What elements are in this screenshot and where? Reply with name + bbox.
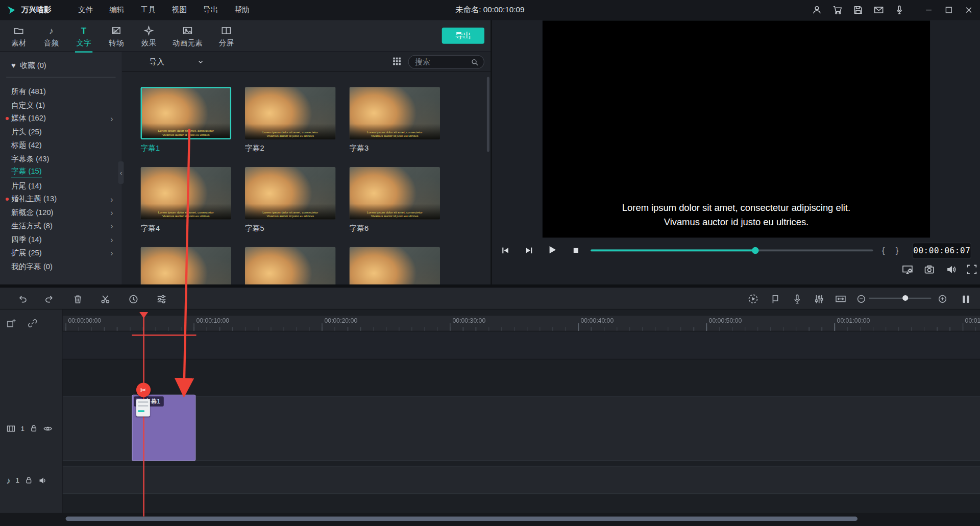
timeline-empty-row — [62, 331, 980, 360]
sidebar-item-new-concept[interactable]: 新概念 (120)› — [0, 206, 122, 219]
tab-audio[interactable]: ♪ 音频 — [35, 24, 68, 49]
fullscreen-icon[interactable] — [965, 262, 979, 276]
track-manager-button[interactable] — [958, 292, 973, 306]
playback-scrubber[interactable] — [591, 250, 873, 252]
snapshot-icon[interactable] — [922, 262, 936, 276]
sidebar-item-seasons[interactable]: 四季 (14)› — [0, 233, 122, 246]
split-button[interactable] — [97, 292, 112, 306]
scrubber-handle[interactable] — [752, 247, 758, 254]
eye-icon[interactable] — [43, 424, 53, 433]
app-name: 万兴喵影 — [21, 5, 52, 15]
next-frame-button[interactable] — [521, 242, 537, 258]
zoom-slider-handle[interactable] — [902, 295, 908, 301]
stop-button[interactable] — [568, 242, 584, 258]
mixer-button[interactable] — [811, 292, 826, 306]
sidebar-item-openers[interactable]: 片头 (25) — [0, 126, 122, 139]
previous-frame-button[interactable] — [497, 242, 513, 258]
delete-button[interactable] — [70, 292, 85, 306]
duration-button[interactable] — [126, 292, 140, 306]
mark-out-icon[interactable]: } — [896, 245, 899, 255]
tab-elements[interactable]: 动画元素 — [165, 24, 210, 49]
zoom-slider[interactable] — [869, 298, 931, 299]
sidebar-item-wedding[interactable]: 婚礼主题 (13)› — [0, 193, 122, 206]
menu-export[interactable]: 导出 — [195, 0, 226, 20]
grid-view-icon[interactable] — [392, 56, 402, 66]
zoom-in-button[interactable] — [935, 292, 950, 306]
drag-ghost-card — [136, 399, 150, 416]
redo-button[interactable] — [42, 292, 57, 306]
cart-icon[interactable] — [831, 4, 844, 16]
link-button[interactable] — [26, 317, 39, 330]
zoom-out-button[interactable] — [854, 292, 869, 306]
library-item-thumbnail: Lorem ipsum dolor sit amet, consecteturV… — [245, 87, 336, 139]
library-item[interactable]: Lorem ipsum dolor sit amet, consecteturV… — [141, 87, 232, 154]
library-item[interactable]: Lorem ipsum dolor sit amet, consecteturV… — [245, 167, 336, 234]
library-item[interactable]: Lorem ipsum dolor sit amet, consecteturV… — [349, 167, 440, 234]
adjust-button[interactable] — [154, 292, 168, 306]
library-item[interactable] — [245, 247, 336, 284]
tab-text[interactable]: T 文字 — [67, 24, 100, 49]
track-header-gutter: 1 ♪ 1 — [0, 309, 62, 513]
menu-file[interactable]: 文件 — [70, 0, 101, 20]
tab-effects[interactable]: 效果 — [133, 24, 165, 49]
menu-tools[interactable]: 工具 — [133, 0, 164, 20]
sidebar-item-end-credits[interactable]: 片尾 (14) — [0, 179, 122, 193]
sidebar-item-subtitles[interactable]: 字幕 (15) — [0, 165, 122, 179]
user-icon[interactable] — [811, 4, 823, 16]
menu-edit[interactable]: 编辑 — [101, 0, 132, 20]
sidebar-collapse-handle[interactable]: ‹ — [118, 161, 124, 184]
display-settings-icon[interactable] — [900, 262, 914, 276]
marker-button[interactable] — [768, 292, 782, 306]
tab-split-screen[interactable]: 分屏 — [210, 24, 242, 49]
sidebar-item-custom[interactable]: 自定义 (1) — [0, 99, 122, 112]
mark-in-icon[interactable]: { — [882, 245, 885, 255]
sidebar-item-extension[interactable]: 扩展 (25)› — [0, 246, 122, 259]
sidebar-item-favorites[interactable]: ♥ 收藏 (0) — [0, 59, 122, 71]
library-item[interactable]: Lorem ipsum dolor sit amet, consecteturV… — [245, 87, 336, 154]
microphone-icon[interactable] — [893, 4, 905, 16]
mail-icon[interactable] — [872, 4, 885, 16]
search-input[interactable] — [414, 57, 471, 67]
minimize-button[interactable] — [922, 4, 935, 16]
play-button[interactable] — [544, 242, 560, 258]
lock-icon[interactable] — [24, 476, 33, 485]
tab-media[interactable]: 素材 — [3, 24, 35, 49]
sidebar-item-lifestyle[interactable]: 生活方式 (8)› — [0, 220, 122, 233]
timeline-scrollbar[interactable] — [66, 516, 857, 521]
library-item[interactable]: Lorem ipsum dolor sit amet, consecteturV… — [141, 167, 232, 234]
speaker-icon[interactable] — [38, 475, 47, 485]
audio-track-lane[interactable] — [62, 466, 980, 494]
library-item[interactable] — [349, 247, 440, 284]
close-button[interactable] — [963, 4, 975, 16]
export-button[interactable]: 导出 — [442, 28, 484, 44]
add-track-button[interactable] — [5, 317, 18, 330]
sidebar-item-media[interactable]: 媒体 (162)› — [0, 112, 122, 125]
sidebar-item-titles[interactable]: 标题 (42) — [0, 139, 122, 152]
voiceover-button[interactable] — [790, 292, 804, 306]
import-dropdown[interactable]: 导入 — [144, 55, 209, 69]
ruler-ticks-major — [62, 323, 980, 331]
sidebar-item-lower-thirds[interactable]: 字幕条 (43) — [0, 152, 122, 165]
chevron-right-icon: › — [110, 222, 113, 231]
timeline-ruler[interactable]: 00:00:00:00 00:00:10:00 00:00:20:00 00:0… — [62, 316, 980, 331]
menu-view[interactable]: 视图 — [164, 0, 195, 20]
video-track-lane[interactable] — [62, 396, 980, 461]
library-header: 导入 — [122, 52, 491, 72]
tab-transitions[interactable]: 转场 — [100, 24, 133, 49]
render-preview-button[interactable] — [746, 292, 761, 306]
fit-timeline-button[interactable] — [833, 292, 848, 306]
sidebar-item-all[interactable]: 所有 (481) — [0, 85, 122, 99]
lock-icon[interactable] — [30, 424, 38, 433]
volume-icon[interactable] — [944, 262, 958, 276]
undo-button[interactable] — [14, 292, 29, 306]
library-item[interactable]: Lorem ipsum dolor sit amet, consecteturV… — [349, 87, 440, 154]
library-item[interactable] — [141, 247, 232, 284]
menu-help[interactable]: 帮助 — [226, 0, 257, 20]
save-icon[interactable] — [852, 4, 864, 16]
library-item-thumbnail — [141, 247, 232, 284]
maximize-button[interactable] — [943, 4, 955, 16]
search-box[interactable] — [408, 55, 484, 69]
library-scrollbar[interactable] — [487, 77, 489, 152]
sidebar-item-my-subtitles[interactable]: 我的字幕 (0) — [0, 260, 122, 273]
playhead-handle[interactable] — [139, 312, 148, 318]
